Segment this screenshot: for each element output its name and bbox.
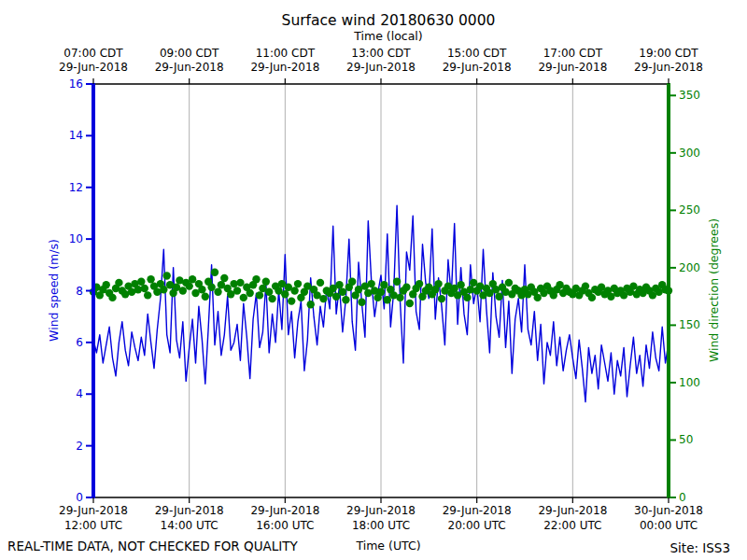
right-tick-label: 250 bbox=[679, 203, 700, 217]
bottom-tick-label-date: 29-Jun-2018 bbox=[155, 504, 224, 517]
top-tick-label-date: 29-Jun-2018 bbox=[634, 61, 703, 74]
bottom-tick-label-time: 22:00 UTC bbox=[543, 519, 601, 532]
right-tick-label: 150 bbox=[679, 318, 700, 331]
top-tick-label-date: 29-Jun-2018 bbox=[250, 61, 319, 74]
wind-direction-dot bbox=[368, 280, 375, 287]
bottom-tick-label-time: 12:00 UTC bbox=[64, 519, 122, 532]
wind-direction-dot bbox=[252, 275, 260, 283]
wind-direction-dot bbox=[332, 293, 340, 301]
wind-direction-dot bbox=[307, 301, 315, 308]
left-tick-label: 2 bbox=[76, 440, 83, 453]
bottom-tick-label-date: 30-Jun-2018 bbox=[634, 504, 703, 517]
wind-direction-dot bbox=[339, 288, 346, 296]
right-tick-label: 300 bbox=[679, 147, 700, 160]
left-tick-label: 6 bbox=[76, 336, 83, 349]
top-tick-label-date: 29-Jun-2018 bbox=[155, 61, 224, 74]
wind-direction-dot bbox=[377, 288, 385, 296]
wind-direction-dot bbox=[505, 279, 513, 287]
wind-direction-dot bbox=[189, 275, 196, 283]
left-axis-title: Wind speed (m/s) bbox=[47, 239, 61, 342]
wind-direction-dot bbox=[402, 284, 410, 291]
wind-direction-dot bbox=[103, 281, 110, 288]
wind-direction-dot bbox=[198, 286, 205, 293]
wind-direction-dot bbox=[141, 285, 148, 292]
wind-direction-dot bbox=[214, 288, 221, 296]
bottom-tick-label-time: 20:00 UTC bbox=[448, 519, 506, 532]
wind-direction-dot bbox=[262, 278, 270, 286]
right-tick-label: 50 bbox=[679, 433, 693, 446]
wind-direction-dot bbox=[160, 286, 167, 293]
left-tick-label: 8 bbox=[76, 285, 83, 298]
bottom-tick-label-date: 29-Jun-2018 bbox=[250, 504, 319, 517]
wind-direction-dot bbox=[495, 293, 502, 301]
wind-direction-dot bbox=[342, 296, 349, 303]
right-tick-label: 100 bbox=[679, 376, 700, 389]
wind-direction-dot bbox=[358, 299, 365, 306]
left-tick-label: 14 bbox=[69, 129, 83, 142]
wind-direction-dot bbox=[457, 281, 464, 288]
wind-direction-dot bbox=[288, 297, 295, 304]
wind-direction-dot bbox=[406, 300, 414, 307]
wind-direction-dot bbox=[265, 288, 273, 296]
wind-direction-dot bbox=[268, 295, 275, 302]
wind-direction-dot bbox=[290, 287, 298, 294]
left-tick-label: 10 bbox=[69, 232, 83, 245]
wind-direction-dot bbox=[281, 290, 289, 298]
top-tick-label-date: 29-Jun-2018 bbox=[443, 61, 512, 74]
wind-direction-dot bbox=[582, 282, 589, 289]
wind-direction-dot bbox=[393, 278, 401, 286]
wind-direction-dot bbox=[319, 295, 327, 302]
top-tick-label-time: 15:00 CDT bbox=[447, 47, 507, 60]
top-tick-label-time: 09:00 CDT bbox=[160, 47, 219, 60]
wind-direction-dot bbox=[179, 287, 187, 294]
top-tick-label-time: 13:00 CDT bbox=[351, 47, 411, 60]
top-tick-label-date: 29-Jun-2018 bbox=[346, 61, 416, 74]
bottom-tick-label-date: 29-Jun-2018 bbox=[59, 504, 128, 517]
wind-direction-dot bbox=[416, 280, 423, 287]
chart-canvas: 07:00 CDT29-Jun-201829-Jun-201812:00 UTC… bbox=[0, 0, 747, 560]
bottom-tick-label-date: 29-Jun-2018 bbox=[538, 504, 607, 517]
wind-direction-dot bbox=[588, 294, 596, 301]
wind-direction-dot bbox=[434, 280, 442, 287]
bottom-tick-label-date: 29-Jun-2018 bbox=[346, 504, 416, 517]
wind-direction-dot bbox=[534, 294, 542, 301]
right-tick-label: 200 bbox=[679, 261, 700, 274]
wind-direction-dot bbox=[108, 294, 116, 301]
top-tick-label-date: 29-Jun-2018 bbox=[538, 61, 607, 74]
wind-direction-dot bbox=[463, 294, 471, 301]
right-axis-title: Wind direction (degrees) bbox=[707, 218, 721, 362]
wind-direction-dot bbox=[335, 281, 343, 288]
left-tick-label: 12 bbox=[69, 181, 83, 194]
left-tick-label: 0 bbox=[76, 491, 83, 504]
wind-direction-dot bbox=[147, 275, 154, 283]
right-tick-label: 0 bbox=[679, 491, 686, 504]
wind-direction-dot bbox=[186, 282, 193, 289]
wind-direction-dot bbox=[144, 291, 151, 299]
left-tick-label: 4 bbox=[76, 387, 83, 400]
wind-direction-dot bbox=[380, 281, 388, 288]
wind-direction-dot bbox=[317, 279, 324, 287]
wind-direction-dot bbox=[247, 289, 254, 297]
wind-direction-dot bbox=[240, 294, 247, 301]
wind-direction-dot bbox=[211, 269, 218, 276]
wind-direction-dot bbox=[137, 278, 145, 286]
bottom-tick-label-time: 14:00 UTC bbox=[161, 519, 218, 532]
wind-direction-dot bbox=[202, 293, 209, 301]
top-tick-label-date: 29-Jun-2018 bbox=[59, 61, 128, 74]
wind-direction-dot bbox=[220, 274, 228, 282]
right-tick-label: 350 bbox=[679, 89, 700, 102]
top-tick-label-time: 17:00 CDT bbox=[543, 47, 603, 60]
wind-direction-dot bbox=[348, 278, 356, 286]
wind-direction-dot bbox=[256, 291, 263, 299]
site-label: Site: ISS3 bbox=[670, 540, 730, 555]
wind-direction-dot bbox=[384, 296, 391, 303]
top-tick-label-time: 11:00 CDT bbox=[256, 47, 316, 60]
left-tick-label: 16 bbox=[69, 77, 83, 91]
bottom-tick-label-date: 29-Jun-2018 bbox=[443, 504, 512, 517]
wind-direction-dot bbox=[233, 287, 241, 294]
wind-direction-dot bbox=[207, 284, 215, 291]
wind-direction-dot bbox=[163, 272, 171, 279]
wind-direction-dot bbox=[294, 280, 302, 287]
wind-direction-dot bbox=[115, 279, 122, 287]
top-tick-label-time: 19:00 CDT bbox=[639, 47, 698, 60]
